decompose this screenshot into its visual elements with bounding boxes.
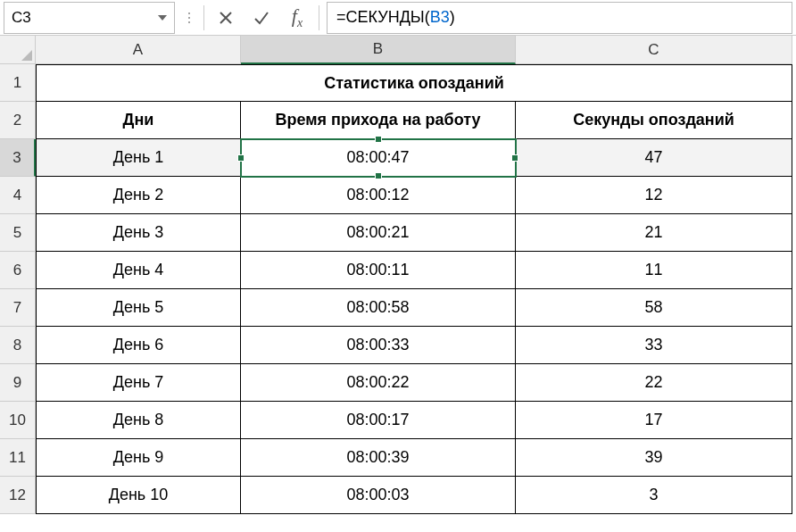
cell[interactable]: День 10 [36, 477, 241, 514]
name-box[interactable]: C3 [4, 2, 175, 34]
cell[interactable]: День 1 [36, 139, 241, 177]
cell-title[interactable]: Статистика опозданий [36, 64, 792, 102]
cell[interactable]: День 7 [36, 364, 241, 402]
row-header[interactable]: 12 [0, 477, 36, 514]
formula-text: = [336, 8, 346, 27]
formula-input[interactable]: =СЕКУНДЫ(B3) [327, 2, 792, 34]
cell[interactable]: Дни [36, 102, 241, 139]
cell[interactable]: День 2 [36, 177, 241, 214]
row-header[interactable]: 9 [0, 364, 36, 402]
check-icon [253, 9, 270, 27]
cell[interactable]: 12 [516, 177, 792, 214]
separator [319, 5, 319, 30]
select-all-corner[interactable] [0, 36, 36, 64]
cell[interactable]: 08:00:17 [241, 402, 516, 439]
formula-text: СЕКУНДЫ [346, 8, 425, 27]
cell[interactable]: День 4 [36, 252, 241, 289]
cell[interactable]: 08:00:58 [241, 289, 516, 327]
row-header[interactable]: 4 [0, 177, 36, 214]
cell[interactable]: 08:00:39 [241, 439, 516, 477]
cell[interactable]: 22 [516, 364, 792, 402]
column-header-b[interactable]: B [241, 36, 516, 64]
accept-formula-button[interactable] [244, 2, 279, 34]
cell[interactable]: День 8 [36, 402, 241, 439]
row-header[interactable]: 7 [0, 289, 36, 327]
cell[interactable]: День 3 [36, 214, 241, 252]
cell[interactable]: 08:00:12 [241, 177, 516, 214]
name-box-text: C3 [12, 9, 158, 27]
fx-icon: fx [292, 4, 303, 30]
formula-text: ) [450, 8, 455, 27]
cancel-formula-button[interactable] [208, 2, 244, 34]
cell[interactable]: 08:00:11 [241, 252, 516, 289]
cell-selected[interactable]: 08:00:47 [241, 139, 516, 177]
cell[interactable]: День 6 [36, 327, 241, 364]
spreadsheet-grid: A B C 1 Статистика опозданий 2 Дни Время… [0, 36, 796, 514]
cell[interactable]: 21 [516, 214, 792, 252]
cell[interactable]: 17 [516, 402, 792, 439]
cell[interactable]: 39 [516, 439, 792, 477]
cell[interactable]: 11 [516, 252, 792, 289]
insert-function-button[interactable]: fx [279, 2, 315, 34]
cell[interactable]: 3 [516, 477, 792, 514]
column-header-c[interactable]: C [516, 36, 792, 64]
cell[interactable]: 47 [516, 139, 792, 177]
row-header[interactable]: 8 [0, 327, 36, 364]
formula-text: B3 [430, 8, 450, 27]
row-header[interactable]: 1 [0, 64, 36, 102]
cell[interactable]: 08:00:22 [241, 364, 516, 402]
row-header[interactable]: 2 [0, 102, 36, 139]
formula-bar-grip[interactable] [178, 12, 200, 23]
cell[interactable]: 08:00:03 [241, 477, 516, 514]
row-header[interactable]: 3 [0, 139, 36, 177]
separator [203, 5, 204, 30]
cell[interactable]: 08:00:33 [241, 327, 516, 364]
cell[interactable]: 08:00:21 [241, 214, 516, 252]
row-header[interactable]: 6 [0, 252, 36, 289]
x-icon [217, 9, 235, 27]
cell[interactable]: День 5 [36, 289, 241, 327]
row-header[interactable]: 11 [0, 439, 36, 477]
row-header[interactable]: 5 [0, 214, 36, 252]
name-box-dropdown-icon[interactable] [158, 15, 167, 21]
formula-bar: C3 fx =СЕКУНДЫ(B3) [0, 0, 796, 36]
cell[interactable]: День 9 [36, 439, 241, 477]
cell[interactable]: 33 [516, 327, 792, 364]
cell[interactable]: Время прихода на работу [241, 102, 516, 139]
cell[interactable]: 58 [516, 289, 792, 327]
row-header[interactable]: 10 [0, 402, 36, 439]
column-header-a[interactable]: A [36, 36, 241, 64]
cell[interactable]: Секунды опозданий [516, 102, 792, 139]
